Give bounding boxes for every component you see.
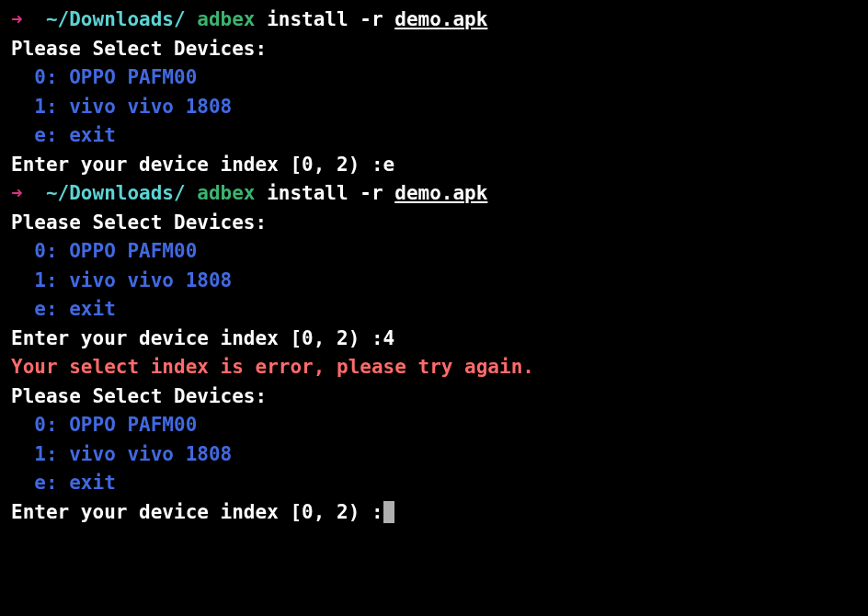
prompt-arrow-icon: ➜ <box>11 8 46 30</box>
enter-prompt-text-2: Enter your device index [0, 2) : <box>11 327 383 349</box>
command-name-2: adbex <box>186 182 256 204</box>
device-option-0-a: 0: OPPO PAFM00 <box>11 63 857 93</box>
select-header-1: Please Select Devices: <box>11 35 857 64</box>
command-file-2: demo.apk <box>394 182 487 204</box>
command-args-pre: install -r <box>256 8 395 30</box>
user-input-1: e <box>383 154 395 176</box>
device-option-1-a: 1: vivo vivo 1808 <box>11 93 857 122</box>
device-option-exit-a: e: exit <box>11 121 857 151</box>
enter-prompt-2[interactable]: Enter your device index [0, 2) :4 <box>11 325 857 354</box>
device-option-0-c: 0: OPPO PAFM00 <box>11 411 857 440</box>
command-name: adbex <box>186 8 256 30</box>
cursor-icon <box>383 501 394 523</box>
device-option-exit-b: e: exit <box>11 295 857 325</box>
device-option-0-b: 0: OPPO PAFM00 <box>11 237 857 267</box>
enter-prompt-text-3: Enter your device index [0, 2) : <box>11 501 383 523</box>
command-file: demo.apk <box>394 8 487 30</box>
select-header-2: Please Select Devices: <box>11 209 857 238</box>
prompt-line-2: ➜ ~/Downloads/ adbex install -r demo.apk <box>11 179 857 209</box>
error-message: Your select index is error, please try a… <box>11 353 857 382</box>
command-args-pre-2: install -r <box>256 182 395 204</box>
prompt-arrow-icon-2: ➜ <box>11 182 46 204</box>
user-input-2: 4 <box>383 327 395 349</box>
device-option-1-b: 1: vivo vivo 1808 <box>11 267 857 296</box>
device-option-1-c: 1: vivo vivo 1808 <box>11 440 857 470</box>
enter-prompt-text: Enter your device index [0, 2) : <box>11 154 383 176</box>
enter-prompt-1[interactable]: Enter your device index [0, 2) :e <box>11 151 857 180</box>
enter-prompt-3[interactable]: Enter your device index [0, 2) : <box>11 498 857 528</box>
prompt-line-1: ➜ ~/Downloads/ adbex install -r demo.apk <box>11 6 857 35</box>
device-option-exit-c: e: exit <box>11 469 857 498</box>
select-header-3: Please Select Devices: <box>11 382 857 412</box>
prompt-path: ~/Downloads/ <box>46 8 186 30</box>
prompt-path-2: ~/Downloads/ <box>46 182 186 204</box>
